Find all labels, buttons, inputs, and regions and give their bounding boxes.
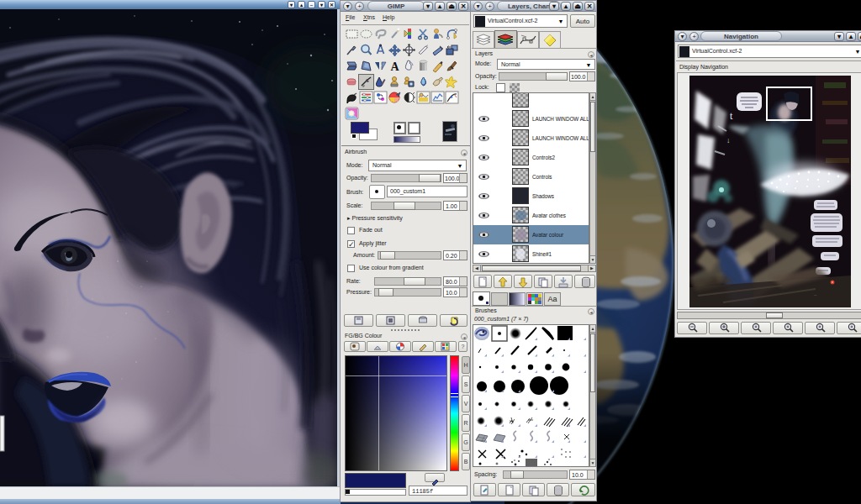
svg-text:A: A — [390, 60, 399, 73]
svg-text:..: .. — [814, 291, 817, 297]
svg-text:↓: ↓ — [726, 136, 731, 144]
